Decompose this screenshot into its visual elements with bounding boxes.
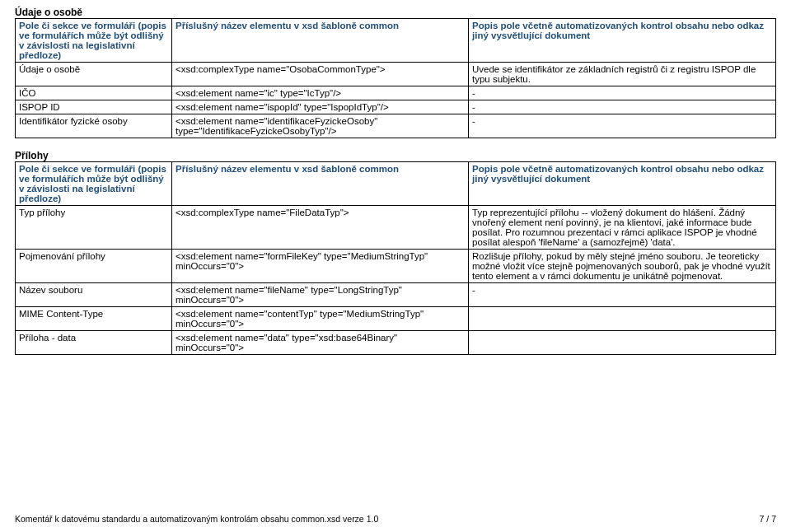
header-description: Popis pole včetně automatizovaných kontr… xyxy=(469,162,776,206)
footer-left: Komentář k datovému standardu a automati… xyxy=(15,514,378,524)
cell-description xyxy=(469,331,776,355)
header-element: Příslušný název elementu v xsd šabloně c… xyxy=(172,162,469,206)
cell-field: Příloha - data xyxy=(16,331,172,355)
table-row: Název souboru <xsd:element name="fileNam… xyxy=(16,283,776,307)
header-field: Pole či sekce ve formuláři (popis ve for… xyxy=(16,162,172,206)
cell-field: ISPOP ID xyxy=(16,100,172,114)
cell-field: Název souboru xyxy=(16,283,172,307)
table-row: IČO <xsd:element name="ic" type="IcTyp"/… xyxy=(16,86,776,100)
cell-element: <xsd:element name="data" type="xsd:base6… xyxy=(172,331,469,355)
cell-description: - xyxy=(469,86,776,100)
section2-title: Přílohy xyxy=(15,150,776,161)
cell-description: - xyxy=(469,283,776,307)
cell-field: Typ přílohy xyxy=(16,206,172,250)
cell-description: - xyxy=(469,114,776,138)
table-row: Identifikátor fyzické osoby <xsd:element… xyxy=(16,114,776,138)
table-header-row: Pole či sekce ve formuláři (popis ve for… xyxy=(16,19,776,63)
cell-element: <xsd:complexType name="OsobaCommonType"> xyxy=(172,63,469,86)
cell-element: <xsd:element name="identifikaceFyzickeOs… xyxy=(172,114,469,138)
cell-field: Údaje o osobě xyxy=(16,63,172,86)
cell-element: <xsd:element name="fileName" type="LongS… xyxy=(172,283,469,307)
cell-element: <xsd:complexType name="FileDataTyp"> xyxy=(172,206,469,250)
table-row: ISPOP ID <xsd:element name="ispopId" typ… xyxy=(16,100,776,114)
table-row: Typ přílohy <xsd:complexType name="FileD… xyxy=(16,206,776,250)
section1-title: Údaje o osobě xyxy=(15,7,776,18)
cell-element: <xsd:element name="ispopId" type="IspopI… xyxy=(172,100,469,114)
cell-description xyxy=(469,307,776,331)
header-field: Pole či sekce ve formuláři (popis ve for… xyxy=(16,19,172,63)
header-element: Příslušný název elementu v xsd šabloně c… xyxy=(172,19,469,63)
table-row: Pojmenování přílohy <xsd:element name="f… xyxy=(16,250,776,283)
cell-element: <xsd:element name="formFileKey" type="Me… xyxy=(172,250,469,283)
cell-description: Typ reprezentující přílohu -- vložený do… xyxy=(469,206,776,250)
section1-table: Pole či sekce ve formuláři (popis ve for… xyxy=(15,18,776,138)
table-row: Údaje o osobě <xsd:complexType name="Oso… xyxy=(16,63,776,86)
cell-description: - xyxy=(469,100,776,114)
page-footer: Komentář k datovému standardu a automati… xyxy=(15,514,776,524)
cell-description: Uvede se identifikátor ze základních reg… xyxy=(469,63,776,86)
cell-description: Rozlišuje přílohy, pokud by měly stejné … xyxy=(469,250,776,283)
table-row: MIME Content-Type <xsd:element name="con… xyxy=(16,307,776,331)
header-description: Popis pole včetně automatizovaných kontr… xyxy=(469,19,776,63)
section2-table: Pole či sekce ve formuláři (popis ve for… xyxy=(15,161,776,355)
table-header-row: Pole či sekce ve formuláři (popis ve for… xyxy=(16,162,776,206)
table-row: Příloha - data <xsd:element name="data" … xyxy=(16,331,776,355)
cell-field: Pojmenování přílohy xyxy=(16,250,172,283)
cell-field: IČO xyxy=(16,86,172,100)
cell-field: Identifikátor fyzické osoby xyxy=(16,114,172,138)
cell-element: <xsd:element name="ic" type="IcTyp"/> xyxy=(172,86,469,100)
cell-element: <xsd:element name="contentTyp" type="Med… xyxy=(172,307,469,331)
cell-field: MIME Content-Type xyxy=(16,307,172,331)
footer-page-number: 7 / 7 xyxy=(760,514,776,524)
